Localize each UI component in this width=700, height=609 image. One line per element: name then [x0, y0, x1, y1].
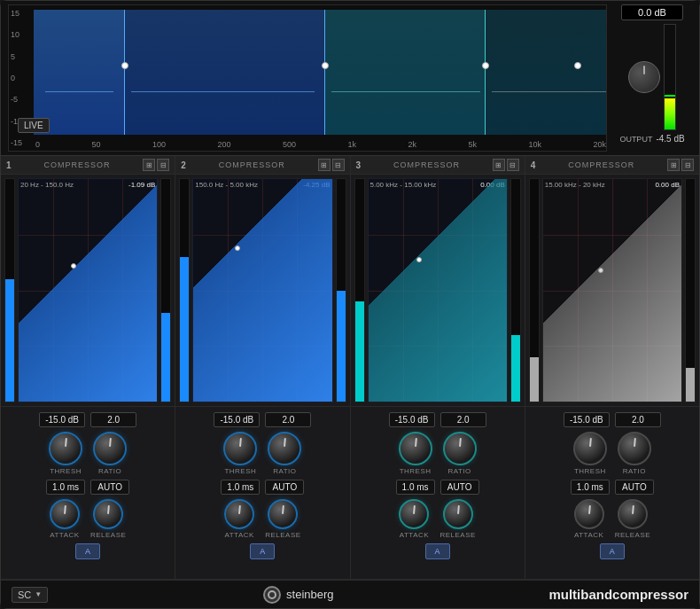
- threshold-line-4: [492, 91, 606, 92]
- ratio-value-1[interactable]: 2.0: [90, 412, 136, 427]
- band-handle-4[interactable]: [574, 62, 581, 69]
- band-panel-3: 3 COMPRESSOR ⊞ ⊟ 5.00 kHz - 15.00 kHz 0.…: [351, 156, 525, 406]
- band-meter-fill-left-2: [180, 257, 189, 402]
- plugin-name: multibandcompressor: [548, 587, 688, 602]
- attack-time-1[interactable]: 1.0 ms: [46, 480, 85, 495]
- thresh-value-1[interactable]: -15.0 dB: [39, 412, 85, 427]
- ratio-label-4: RATIO: [623, 467, 646, 475]
- release-time-4[interactable]: AUTO: [615, 480, 654, 495]
- band-icons-3: ⊞ ⊟: [493, 159, 519, 171]
- live-button[interactable]: LIVE: [18, 118, 50, 133]
- band-number-2: 2: [181, 160, 186, 170]
- time-row-4: 1.0 ms AUTO: [571, 480, 654, 495]
- release-time-2[interactable]: AUTO: [265, 480, 304, 495]
- control-panel-1: -15.0 dB 2.0 THRESH RATIO 1.0 ms AUTO: [1, 407, 175, 579]
- thresh-knob-1[interactable]: [49, 432, 82, 465]
- band-graph-3: 5.00 kHz - 15.00 kHz 0.00 dB: [368, 178, 508, 402]
- ratio-value-3[interactable]: 2.0: [440, 412, 486, 427]
- release-time-1[interactable]: AUTO: [90, 480, 129, 495]
- band-title-1: COMPRESSOR: [15, 160, 140, 169]
- release-knob-2[interactable]: [268, 499, 298, 529]
- thresh-knob-container-2: THRESH: [223, 432, 257, 475]
- band-meter-left-1: [4, 178, 15, 402]
- release-knob-3[interactable]: [443, 499, 473, 529]
- band-icon-settings-1[interactable]: ⊟: [157, 159, 169, 171]
- thresh-knob-4[interactable]: [573, 432, 607, 465]
- band-icon-settings-4[interactable]: ⊟: [681, 159, 694, 171]
- band-graph-dot-3[interactable]: [416, 257, 422, 262]
- ratio-knob-3[interactable]: [443, 432, 477, 465]
- band-icon-copy-1[interactable]: ⊞: [143, 159, 155, 171]
- a-button-3[interactable]: A: [425, 543, 450, 559]
- band-title-3: COMPRESSOR: [364, 160, 489, 169]
- knob-row-2: THRESH RATIO: [223, 432, 301, 475]
- thresh-knob-3[interactable]: [399, 432, 432, 465]
- attack-knob-container-4: ATTACK: [574, 499, 604, 539]
- band-icon-copy-2[interactable]: ⊞: [318, 159, 331, 171]
- ratio-knob-1[interactable]: [93, 432, 127, 465]
- ratio-label-1: RATIO: [98, 467, 121, 475]
- release-time-3[interactable]: AUTO: [440, 480, 479, 495]
- attack-time-4[interactable]: 1.0 ms: [571, 480, 610, 495]
- output-knob[interactable]: [628, 61, 660, 93]
- spectrum-bands: [34, 10, 606, 135]
- band-header-3: 3 COMPRESSOR ⊞ ⊟: [351, 156, 525, 175]
- band-meter-fill-left-3: [355, 301, 364, 402]
- band-meter-fill-right-4: [686, 368, 695, 402]
- attack-knob-2[interactable]: [224, 499, 254, 529]
- ratio-value-4[interactable]: 2.0: [615, 412, 661, 427]
- ratio-knob-4[interactable]: [618, 432, 651, 465]
- ratio-value-2[interactable]: 2.0: [265, 412, 311, 427]
- attack-label-1: ATTACK: [50, 531, 79, 539]
- band-handle-1[interactable]: [121, 62, 128, 69]
- attack-label-3: ATTACK: [400, 531, 429, 539]
- release-label-1: RELEASE: [90, 531, 126, 539]
- band-icon-copy-3[interactable]: ⊞: [493, 159, 505, 171]
- band-title-2: COMPRESSOR: [190, 160, 315, 169]
- band-icons-4: ⊞ ⊟: [667, 159, 694, 171]
- attack-knob-container-3: ATTACK: [399, 499, 429, 539]
- thresh-label-3: THRESH: [400, 467, 432, 475]
- spectrum-x-labels: 0 50 100 200 500 1k 2k 5k 10k 20k: [35, 140, 606, 149]
- sc-dropdown[interactable]: SC ▼: [12, 587, 48, 603]
- a-button-4[interactable]: A: [600, 543, 625, 559]
- controls-row: -15.0 dB 2.0 THRESH RATIO 1.0 ms AUTO: [1, 407, 699, 580]
- output-meter-peak: [665, 95, 675, 97]
- thresh-value-3[interactable]: -15.0 dB: [389, 412, 435, 427]
- band-header-1: 1 COMPRESSOR ⊞ ⊟: [1, 156, 175, 175]
- band-graph-shape-1: [19, 179, 157, 402]
- attack-time-2[interactable]: 1.0 ms: [221, 480, 260, 495]
- release-label-2: RELEASE: [265, 531, 300, 539]
- release-knob-container-4: RELEASE: [615, 499, 650, 539]
- band-icon-settings-2[interactable]: ⊟: [332, 159, 345, 171]
- a-button-1[interactable]: A: [75, 543, 100, 559]
- ratio-knob-container-4: RATIO: [618, 432, 651, 475]
- band-graph-1: 20 Hz - 150.0 Hz -1.09 dB: [18, 178, 158, 402]
- attack-knob-4[interactable]: [574, 499, 604, 529]
- attack-label-2: ATTACK: [224, 531, 253, 539]
- knob-row-1: THRESH RATIO: [49, 432, 127, 475]
- output-meter-fill: [665, 98, 675, 129]
- value-row-1: -15.0 dB 2.0: [39, 412, 136, 427]
- band-handle-3[interactable]: [482, 62, 489, 69]
- thresh-value-2[interactable]: -15.0 dB: [214, 412, 260, 427]
- output-db-display: 0.0 dB: [621, 4, 683, 20]
- release-knob-4[interactable]: [618, 499, 648, 529]
- band-icon-copy-4[interactable]: ⊞: [667, 159, 680, 171]
- release-knob-1[interactable]: [93, 499, 123, 529]
- ratio-knob-2[interactable]: [268, 432, 301, 465]
- a-button-2[interactable]: A: [250, 543, 275, 559]
- thresh-knob-2[interactable]: [223, 432, 257, 465]
- plugin-name-regular: compressor: [612, 587, 688, 602]
- band-graph-shape-4: [543, 179, 681, 402]
- attack-time-3[interactable]: 1.0 ms: [396, 480, 435, 495]
- thresh-label-1: THRESH: [50, 467, 82, 475]
- ratio-knob-container-2: RATIO: [268, 432, 301, 475]
- attack-knob-3[interactable]: [399, 499, 429, 529]
- band-icon-settings-3[interactable]: ⊟: [507, 159, 519, 171]
- band-graph-4: 15.00 kHz - 20 kHz 0.00 dB: [542, 178, 682, 402]
- band-header-4: 4 COMPRESSOR ⊞ ⊟: [525, 156, 699, 175]
- thresh-value-4[interactable]: -15.0 dB: [564, 412, 610, 427]
- band-handle-2[interactable]: [322, 62, 329, 69]
- attack-knob-1[interactable]: [50, 499, 80, 529]
